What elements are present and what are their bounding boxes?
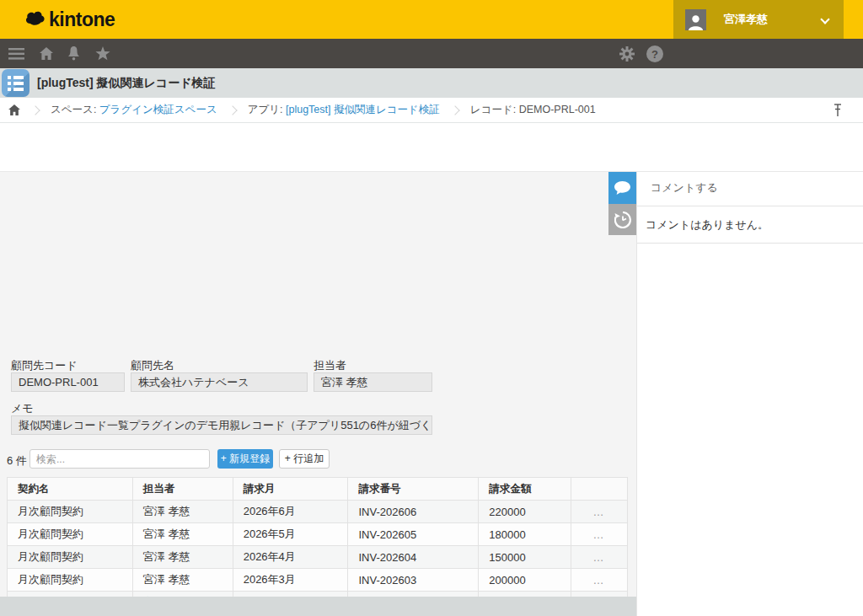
related-records-table: 契約名 担当者 請求月 請求番号 請求金額 月次顧問契約宮澤 孝慈2026年6月… [7, 477, 628, 616]
comment-input-placeholder[interactable]: コメントする [637, 172, 863, 206]
pin-icon[interactable] [833, 104, 843, 120]
home-icon[interactable] [39, 39, 54, 68]
table-cell: 220000 [479, 501, 571, 523]
table-cell: 月次顧問契約 [8, 546, 133, 569]
col-header-contract: 契約名 [8, 478, 133, 501]
table-header-row: 契約名 担当者 請求月 請求番号 請求金額 [8, 478, 628, 501]
row-actions-button[interactable]: … [571, 569, 628, 592]
global-toolbar: ? [0, 39, 863, 68]
table-row: 月次顧問契約宮澤 孝慈2026年4月INV-202604150000… [8, 546, 628, 569]
table-cell: 宮澤 孝慈 [132, 546, 233, 569]
row-actions-button[interactable]: … [571, 546, 628, 569]
help-icon[interactable]: ? [646, 39, 664, 68]
comment-tab-button[interactable] [608, 172, 636, 204]
col-header-billing-month: 請求月 [233, 478, 348, 501]
breadcrumb-space: スペース: プラグイン検証スペース [51, 103, 217, 117]
field-label-assignee: 担当者 [314, 358, 346, 373]
table-row: 月次顧問契約宮澤 孝慈2026年6月INV-202606220000… [8, 501, 628, 523]
breadcrumb-home-icon[interactable] [8, 104, 20, 115]
user-menu[interactable]: 宮澤孝慈 [673, 0, 844, 39]
table-cell: INV-202604 [348, 546, 479, 569]
no-comments-message: コメントはありません。 [637, 206, 863, 244]
table-cell: 宮澤 孝慈 [132, 501, 233, 523]
related-search-input[interactable] [29, 449, 210, 469]
col-header-actions [571, 478, 628, 501]
table-cell: INV-202605 [348, 523, 479, 546]
table-cell: 2026年5月 [233, 523, 348, 546]
table-cell: 180000 [479, 523, 571, 546]
breadcrumb-record-id: DEMO-PRL-001 [519, 104, 596, 115]
brand-header: kintone 宮澤孝慈 [0, 0, 863, 39]
table-cell: 2026年3月 [233, 569, 348, 592]
record-toolbar: + ••• [0, 123, 863, 172]
table-row: 月次顧問契約宮澤 孝慈2026年5月INV-202605180000… [8, 523, 628, 546]
kintone-logo-text: kintone [49, 8, 115, 31]
user-name: 宮澤孝慈 [724, 12, 768, 27]
breadcrumb-space-link[interactable]: プラグイン検証スペース [99, 104, 217, 115]
breadcrumb-separator-icon [228, 105, 237, 115]
kintone-cloud-icon [24, 9, 46, 30]
svg-text:?: ? [651, 47, 658, 60]
field-label-client-code: 顧問先コード [11, 358, 78, 373]
favorite-star-icon[interactable] [94, 39, 111, 68]
breadcrumb-app-link[interactable]: [plugTest] 擬似関連レコード検証 [286, 104, 440, 115]
comment-sidebar: コメントする コメントはありません。 [636, 172, 863, 616]
table-row: 月次顧問契約宮澤 孝慈2026年3月INV-202603200000… [8, 569, 628, 592]
breadcrumb-app-prefix: アプリ: [248, 104, 286, 115]
history-tab-button[interactable] [608, 204, 636, 235]
field-value-assignee: 宮澤 孝慈 [314, 372, 432, 392]
app-title: [plugTest] 擬似関連レコード検証 [37, 76, 216, 91]
row-actions-button[interactable]: … [571, 523, 628, 546]
table-cell: 月次顧問契約 [8, 523, 133, 546]
table-cell: 200000 [479, 569, 571, 592]
kintone-logo[interactable]: kintone [24, 8, 115, 31]
app-icon[interactable] [2, 69, 29, 97]
user-avatar-icon [685, 9, 706, 30]
table-cell: 月次顧問契約 [8, 501, 133, 523]
record-form-area: 顧問先コード DEMO-PRL-001 顧問先名 株式会社ハテナベース 担当者 … [0, 172, 636, 597]
breadcrumb-separator-icon [450, 105, 459, 115]
field-value-memo: 擬似関連レコード一覧プラグインのデモ用親レコード（子アプリ551の6件が紐づく） [11, 415, 432, 435]
kintone-record-page: kintone 宮澤孝慈 ? [0, 0, 863, 616]
table-cell: INV-202603 [348, 569, 479, 592]
table-cell: 宮澤 孝慈 [132, 569, 233, 592]
field-value-client-name: 株式会社ハテナベース [131, 372, 308, 392]
table-cell: INV-202606 [348, 501, 479, 523]
table-cell: 月次顧問契約 [8, 569, 133, 592]
breadcrumb-record: レコード: DEMO-PRL-001 [470, 103, 596, 117]
chevron-down-icon [820, 14, 829, 24]
row-actions-button[interactable]: … [571, 501, 628, 523]
breadcrumb-separator-icon [30, 105, 40, 115]
breadcrumb-app: アプリ: [plugTest] 擬似関連レコード検証 [248, 103, 440, 117]
field-value-client-code: DEMO-PRL-001 [11, 372, 125, 392]
related-record-count: 6 件 [7, 453, 27, 469]
settings-gear-icon[interactable] [618, 39, 636, 68]
add-row-button[interactable]: + 行追加 [279, 449, 330, 469]
table-cell: 2026年6月 [233, 501, 348, 523]
new-entry-button[interactable]: + 新規登録 [217, 449, 273, 469]
col-header-amount: 請求金額 [479, 478, 571, 501]
breadcrumb: スペース: プラグイン検証スペース アプリ: [plugTest] 擬似関連レコ… [0, 98, 863, 123]
col-header-invoice-no: 請求番号 [348, 478, 479, 501]
breadcrumb-record-prefix: レコード: [470, 104, 519, 115]
table-cell: 150000 [479, 546, 571, 569]
field-label-memo: メモ [11, 401, 34, 416]
notification-bell-icon[interactable] [67, 39, 80, 68]
bottom-scroll-strip [0, 597, 636, 616]
table-cell: 2026年4月 [233, 546, 348, 569]
breadcrumb-space-prefix: スペース: [51, 104, 99, 115]
table-cell: 宮澤 孝慈 [132, 523, 233, 546]
hamburger-menu-icon[interactable] [7, 39, 25, 68]
col-header-assignee: 担当者 [132, 478, 233, 501]
field-label-client-name: 顧問先名 [131, 358, 174, 373]
